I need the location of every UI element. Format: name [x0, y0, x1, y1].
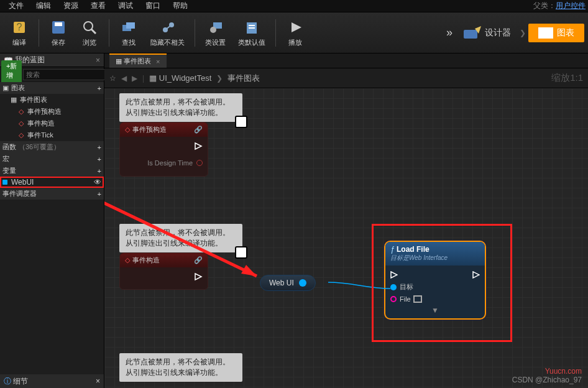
breadcrumb-graph[interactable]: 事件图表 — [227, 73, 260, 84]
visibility-icon[interactable]: 👁 — [94, 178, 101, 187]
exec-out-pin[interactable] — [472, 271, 480, 279]
graph-tab-icon: ▦ — [116, 57, 122, 65]
event-construct-item[interactable]: ◇事件构造 — [0, 118, 104, 129]
object-out-pin[interactable] — [299, 279, 306, 287]
graph-section-header[interactable]: ▣图表+ — [0, 82, 104, 94]
play-button[interactable]: 播放 — [280, 16, 311, 50]
event-construct-node[interactable]: ◇事件构造🔗 — [119, 252, 208, 290]
function-icon: ƒ — [390, 245, 395, 254]
svg-marker-16 — [292, 22, 301, 32]
menu-window[interactable]: 窗口 — [139, 0, 167, 12]
class-defaults-icon — [242, 18, 261, 37]
close-details-icon[interactable]: × — [96, 377, 100, 386]
event-preconstruct-node[interactable]: ◇事件预构造🔗 Is Design Time — [119, 122, 208, 177]
disabled-node-note: 此节点被禁用，将不会被调用。 从引脚连出引线来编译功能。 — [119, 353, 242, 382]
find-button[interactable]: 查找 — [113, 16, 144, 50]
event-tick-item[interactable]: ◇事件Tick — [0, 129, 104, 141]
exec-in-pin[interactable] — [390, 271, 398, 279]
exec-out-pin[interactable] — [194, 142, 203, 150]
nav-forward-icon[interactable]: ▶ — [132, 74, 137, 83]
variable-type-icon — [2, 180, 7, 185]
event-icon: ◇ — [125, 256, 130, 264]
svg-text:?: ? — [17, 22, 22, 32]
graph-editor: ▦ 事件图表 × ☆ ◀ ▶ | ▦ UI_WidgetTest ❯ 事件图表 … — [104, 53, 588, 388]
breadcrumb-asset[interactable]: ▦ UI_WidgetTest — [149, 73, 211, 83]
class-settings-button[interactable]: 类设置 — [199, 16, 232, 50]
details-tab[interactable]: ⓘ 细节 × — [0, 374, 104, 388]
disabled-node-note: 此节点被禁用，将不会被调用。 从引脚连出引线来编译功能。 — [119, 93, 242, 122]
toolbar: ? 编译 保存 浏览 查找 隐藏不相关 类设置 类默认值 播放 » 设计器 ❯ … — [0, 12, 588, 53]
event-graph-item[interactable]: ▦事件图表 — [0, 94, 104, 106]
load-file-node[interactable]: ƒ Load File 目标是Web Interface 目标 File — [384, 241, 486, 320]
menu-bar: 文件 编辑 资源 查看 调试 窗口 帮助 父类：用户控件 — [0, 0, 588, 12]
node-link-icon: 🔗 — [194, 256, 203, 265]
breadcrumb: ☆ ◀ ▶ | ▦ UI_WidgetTest ❯ 事件图表 缩放1:1 — [104, 68, 588, 88]
add-variable-icon[interactable]: + — [98, 167, 101, 175]
add-graph-icon[interactable]: + — [98, 85, 101, 92]
watermark: Yuucn.com CSDN @Zhichao_97 — [512, 367, 582, 384]
search-input[interactable] — [23, 69, 115, 80]
file-input-box[interactable] — [413, 295, 422, 303]
save-button[interactable]: 保存 — [43, 16, 74, 50]
add-function-icon[interactable]: + — [98, 144, 101, 151]
svg-rect-17 — [464, 30, 477, 39]
find-icon — [119, 18, 138, 37]
menu-resource[interactable]: 资源 — [57, 0, 85, 12]
widget-icon: ▦ — [149, 73, 157, 83]
exec-out-pin[interactable] — [194, 272, 203, 281]
graph-tab-button[interactable]: 图表 — [528, 24, 584, 42]
menu-edit[interactable]: 编辑 — [30, 0, 57, 12]
webui-variable-node[interactable]: Web UI — [260, 275, 316, 291]
svg-marker-20 — [391, 272, 397, 278]
menu-debug[interactable]: 调试 — [112, 0, 139, 12]
webui-variable-item[interactable]: WebUI 👁 — [0, 177, 104, 188]
my-blueprint-panel: 📖 我的蓝图 × +新增 ▾ 👁 ▣图表+ ▦事件图表 ◇事件预构造 ◇事件构造… — [0, 53, 104, 388]
file-in-pin[interactable] — [390, 296, 397, 302]
svg-rect-15 — [249, 27, 255, 29]
add-dispatcher-icon[interactable]: + — [98, 190, 101, 198]
add-macro-icon[interactable]: + — [98, 155, 101, 163]
nav-back-icon[interactable]: ◀ — [121, 74, 127, 83]
designer-icon — [462, 26, 482, 40]
connection-wire — [328, 275, 390, 293]
variables-section-header[interactable]: 变量+ — [0, 165, 104, 177]
zoom-label: 缩放1:1 — [551, 72, 583, 84]
svg-marker-21 — [473, 272, 479, 278]
svg-rect-7 — [126, 22, 135, 29]
parent-class-link[interactable]: 用户控件 — [556, 1, 586, 10]
menu-help[interactable]: 帮助 — [167, 0, 194, 12]
note-corner-icon — [235, 246, 247, 259]
designer-tab-button[interactable]: 设计器 — [456, 24, 517, 42]
svg-marker-19 — [195, 274, 201, 280]
functions-section-header[interactable]: 函数（36可覆盖）+ — [0, 141, 104, 153]
svg-point-12 — [210, 27, 216, 33]
macros-section-header[interactable]: 宏+ — [0, 153, 104, 165]
graph-icon — [538, 27, 553, 39]
svg-marker-18 — [195, 143, 201, 149]
menu-file[interactable]: 文件 — [2, 0, 30, 12]
dispatchers-section-header[interactable]: 事件调度器+ — [0, 188, 104, 200]
chevron-more-icon[interactable]: » — [443, 26, 456, 39]
bool-out-pin[interactable] — [196, 160, 203, 166]
expand-node-icon[interactable]: ▼ — [390, 305, 480, 315]
class-defaults-button[interactable]: 类默认值 — [232, 16, 272, 50]
parent-class-label: 父类：用户控件 — [533, 1, 586, 11]
menu-view[interactable]: 查看 — [85, 0, 112, 12]
close-tab-icon[interactable]: × — [151, 58, 160, 65]
event-graph-tab[interactable]: ▦ 事件图表 × — [109, 53, 167, 68]
svg-line-5 — [91, 29, 96, 34]
graph-canvas[interactable]: 此节点被禁用，将不会被调用。 从引脚连出引线来编译功能。 ◇事件预构造🔗 Is … — [104, 88, 588, 388]
event-icon: ◇ — [125, 126, 130, 134]
browse-button[interactable]: 浏览 — [74, 16, 105, 50]
close-icon[interactable]: × — [96, 56, 100, 65]
favorite-icon[interactable]: ☆ — [109, 74, 116, 83]
disabled-node-note: 此节点被禁用，将不会被调用。 从引脚连出引线来编译功能。 — [119, 224, 242, 252]
svg-marker-23 — [241, 265, 257, 276]
node-link-icon: 🔗 — [194, 126, 203, 134]
target-in-pin[interactable] — [390, 284, 397, 290]
hide-unrelated-button[interactable]: 隐藏不相关 — [144, 16, 191, 50]
play-icon — [286, 18, 305, 37]
svg-rect-3 — [55, 22, 62, 26]
event-preconstruct-item[interactable]: ◇事件预构造 — [0, 106, 104, 118]
compile-button[interactable]: ? 编译 — [4, 16, 35, 50]
